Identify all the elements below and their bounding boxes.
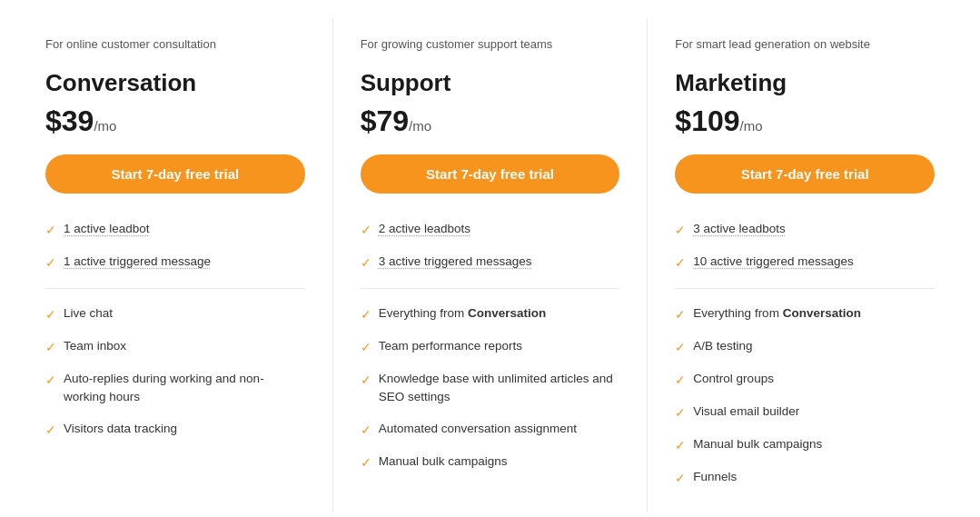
plan-column-marketing: For smart lead generation on websiteMark… [648,18,962,512]
plan-column-support: For growing customer support teamsSuppor… [333,18,648,512]
check-icon: ✓ [361,305,371,324]
feature-item: ✓Team inbox [45,331,305,363]
feature-text: Automated conversation assignment [379,420,577,438]
feature-item: ✓Manual bulk campaigns [675,429,935,462]
feature-text: Auto-replies during working and non-work… [64,370,305,407]
plan-tagline-marketing: For smart lead generation on website [675,36,935,53]
check-icon: ✓ [675,469,686,488]
feature-item: ✓3 active leadbots [675,214,935,246]
divider-support [361,288,620,289]
check-icon: ✓ [45,305,56,324]
feature-text: A/B testing [693,337,752,355]
check-icon: ✓ [361,371,371,390]
feature-text: Team performance reports [379,337,522,355]
feature-text: Knowledge base with unlimited articles a… [379,370,620,407]
plan-price-period: /mo [740,118,763,134]
feature-item: ✓Visitors data tracking [45,413,305,446]
trial-button-conversation[interactable]: Start 7-day free trial [45,154,305,194]
plan-name-marketing: Marketing [675,69,935,97]
highlight-features-marketing: ✓3 active leadbots✓10 active triggered m… [675,214,935,279]
check-icon: ✓ [675,338,686,357]
plan-name-support: Support [361,69,620,97]
feature-item: ✓1 active leadbot [45,214,305,246]
feature-item: ✓3 active triggered messages [361,246,620,279]
feature-item: ✓Live chat [45,298,305,331]
feature-item: ✓A/B testing [675,331,935,363]
highlight-features-support: ✓2 active leadbots✓3 active triggered me… [361,214,620,279]
feature-text: Control groups [693,370,774,388]
plan-price-amount: $39 [45,104,94,137]
check-icon: ✓ [361,221,371,240]
check-icon: ✓ [675,221,686,240]
check-icon: ✓ [361,421,371,440]
plan-price-marketing: $109/mo [675,104,935,138]
check-icon: ✓ [45,338,56,357]
divider-conversation [45,288,305,289]
feature-item: ✓Automated conversation assignment [361,413,620,446]
feature-item: ✓Funnels [675,462,935,494]
feature-item: ✓10 active triggered messages [675,246,935,279]
check-icon: ✓ [45,421,56,440]
plan-price-period: /mo [94,118,116,134]
trial-button-marketing[interactable]: Start 7-day free trial [675,154,935,194]
feature-text: Manual bulk campaigns [379,452,508,471]
plan-price-period: /mo [409,118,431,134]
main-features-conversation: ✓Live chat✓Team inbox✓Auto-replies durin… [45,298,305,446]
main-features-support: ✓Everything from Conversation✓Team perfo… [361,298,620,479]
check-icon: ✓ [45,254,56,273]
feature-text: Visual email builder [693,403,799,421]
plan-tagline-support: For growing customer support teams [361,36,620,53]
pricing-container: For online customer consultationConversa… [18,18,962,512]
check-icon: ✓ [675,371,686,390]
check-icon: ✓ [361,453,371,472]
plan-price-amount: $79 [361,104,409,137]
feature-text: Visitors data tracking [64,420,177,438]
feature-item: ✓Manual bulk campaigns [361,446,620,479]
plan-tagline-conversation: For online customer consultation [45,36,305,53]
feature-text: 10 active triggered messages [693,253,853,271]
plan-price-support: $79/mo [361,104,620,138]
feature-item: ✓Knowledge base with unlimited articles … [361,363,620,413]
divider-marketing [675,288,935,289]
plan-price-conversation: $39/mo [45,104,305,138]
plan-name-conversation: Conversation [45,69,305,97]
main-features-marketing: ✓Everything from Conversation✓A/B testin… [675,298,935,494]
feature-item: ✓Visual email builder [675,396,935,429]
feature-text: Funnels [693,468,737,486]
feature-text: 1 active leadbot [64,220,150,238]
feature-item: ✓Team performance reports [361,331,620,363]
plan-column-conversation: For online customer consultationConversa… [18,18,333,512]
feature-item: ✓Everything from Conversation [675,298,935,331]
check-icon: ✓ [361,338,371,357]
feature-item: ✓1 active triggered message [45,246,305,279]
plan-price-amount: $109 [675,104,739,137]
feature-item: ✓Everything from Conversation [361,298,620,331]
feature-text: Team inbox [64,337,126,355]
check-icon: ✓ [45,221,56,240]
feature-text: Live chat [64,304,113,323]
feature-text: Manual bulk campaigns [693,435,822,453]
check-icon: ✓ [45,371,56,390]
highlight-features-conversation: ✓1 active leadbot✓1 active triggered mes… [45,214,305,279]
check-icon: ✓ [361,254,371,273]
feature-item: ✓2 active leadbots [361,214,620,246]
feature-item: ✓Auto-replies during working and non-wor… [45,363,305,413]
feature-text: 3 active leadbots [693,220,785,238]
check-icon: ✓ [675,436,686,455]
check-icon: ✓ [675,403,686,423]
trial-button-support[interactable]: Start 7-day free trial [361,154,620,194]
feature-text: Everything from Conversation [379,304,547,323]
check-icon: ✓ [675,254,686,273]
check-icon: ✓ [675,305,686,324]
feature-text: 1 active triggered message [64,253,211,271]
feature-text: 2 active leadbots [379,220,470,238]
feature-text: 3 active triggered messages [379,253,532,271]
feature-item: ✓Control groups [675,363,935,396]
feature-text: Everything from Conversation [693,304,861,323]
